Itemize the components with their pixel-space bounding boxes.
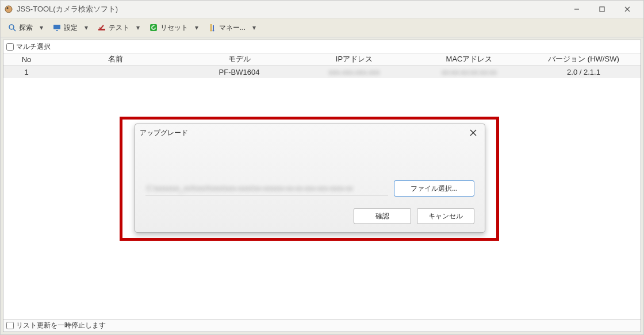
cancel-button[interactable]: キャンセル <box>417 208 474 224</box>
monitor-icon <box>52 23 62 32</box>
reset-label: リセット <box>160 23 188 33</box>
status-row: リスト更新を一時停止します <box>3 319 641 332</box>
cell-mac: xx:xx:xx:xx:xx:xx <box>412 68 527 76</box>
multi-select-label: マルチ選択 <box>16 42 51 52</box>
pause-refresh-checkbox[interactable] <box>6 322 14 329</box>
col-no[interactable]: No <box>3 55 49 64</box>
settings-dropdown[interactable]: ▾ <box>82 24 90 32</box>
explore-label: 探索 <box>19 23 33 33</box>
file-row: C:\xxxxxxx_xxXxxxXxxxx\xxx-xxxx\xx-xxxxx… <box>145 180 474 197</box>
svg-rect-9 <box>56 30 58 31</box>
file-select-button[interactable]: ファイル選択... <box>394 180 474 197</box>
dialog-title: アップグレード <box>140 128 466 138</box>
col-ip[interactable]: IPアドレス <box>297 54 412 64</box>
confirm-button[interactable]: 確認 <box>354 208 411 224</box>
dialog-close-button[interactable] <box>466 126 480 140</box>
col-name[interactable]: 名前 <box>49 54 182 64</box>
title-bar: JSS-TOOL(カメラ検索ソフト) <box>1 1 643 18</box>
main-window: JSS-TOOL(カメラ検索ソフト) 探索 ▾ 設定 ▾ テスト ▾ リセット … <box>0 0 644 335</box>
svg-rect-13 <box>213 25 214 30</box>
multi-select-row: マルチ選択 <box>3 40 641 53</box>
check-icon <box>97 23 106 32</box>
settings-label: 設定 <box>64 23 78 33</box>
explore-dropdown[interactable]: ▾ <box>37 24 45 32</box>
svg-rect-8 <box>53 25 60 29</box>
dialog-buttons: 確認 キャンセル <box>145 208 474 224</box>
file-path-field[interactable]: C:\xxxxxxx_xxXxxxXxxxx\xxx-xxxx\xx-xxxxx… <box>145 182 388 195</box>
maximize-button[interactable] <box>589 1 615 17</box>
svg-rect-3 <box>600 7 604 11</box>
toolbar: 探索 ▾ 設定 ▾ テスト ▾ リセット ▾ マネー... ▾ <box>1 18 643 37</box>
svg-point-14 <box>210 30 212 32</box>
col-ver[interactable]: バージョン (HW/SW) <box>527 54 641 64</box>
window-controls <box>564 1 640 17</box>
svg-point-15 <box>213 30 214 32</box>
manager-label: マネー... <box>219 23 246 33</box>
app-icon <box>4 5 13 14</box>
table-header: No 名前 モデル IPアドレス MACアドレス バージョン (HW/SW) <box>3 53 641 66</box>
tools-icon <box>208 23 217 32</box>
reset-dropdown[interactable]: ▾ <box>193 24 201 32</box>
svg-line-7 <box>13 29 16 31</box>
table-row[interactable]: 1 PF-BW1604 xxx.xxx.xxx.xxx xx:xx:xx:xx:… <box>3 66 641 78</box>
cell-no: 1 <box>3 68 49 76</box>
test-button[interactable]: テスト <box>94 20 133 35</box>
svg-point-1 <box>7 7 9 9</box>
reset-icon <box>149 23 158 32</box>
settings-button[interactable]: 設定 <box>49 20 81 35</box>
table-body: 1 PF-BW1604 xxx.xxx.xxx.xxx xx:xx:xx:xx:… <box>3 66 641 319</box>
upgrade-dialog: アップグレード C:\xxxxxxx_xxXxxxXxxxx\xxx-xxxx\… <box>135 124 485 233</box>
window-title: JSS-TOOL(カメラ検索ソフト) <box>17 4 564 14</box>
content-panel: マルチ選択 No 名前 モデル IPアドレス MACアドレス バージョン (HW… <box>3 40 641 332</box>
search-icon <box>7 23 17 32</box>
dialog-body: C:\xxxxxxx_xxXxxxXxxxx\xxx-xxxx\xx-xxxxx… <box>135 141 485 232</box>
close-button[interactable] <box>615 1 640 17</box>
manager-button[interactable]: マネー... <box>204 20 249 35</box>
svg-rect-10 <box>98 29 105 30</box>
test-dropdown[interactable]: ▾ <box>134 24 142 32</box>
col-model[interactable]: モデル <box>182 54 297 64</box>
col-mac[interactable]: MACアドレス <box>412 54 527 64</box>
dialog-title-bar: アップグレード <box>135 124 485 141</box>
pause-refresh-label: リスト更新を一時停止します <box>16 321 106 330</box>
svg-rect-12 <box>210 24 212 30</box>
multi-select-checkbox[interactable] <box>6 43 14 51</box>
test-label: テスト <box>109 23 129 33</box>
cell-ip: xxx.xxx.xxx.xxx <box>297 68 412 76</box>
cell-ver: 2.0 / 2.1.1 <box>527 68 641 76</box>
manager-dropdown[interactable]: ▾ <box>250 24 258 32</box>
svg-point-0 <box>5 6 12 13</box>
reset-button[interactable]: リセット <box>145 20 191 35</box>
minimize-button[interactable] <box>564 1 589 17</box>
svg-point-6 <box>9 25 14 29</box>
explore-button[interactable]: 探索 <box>4 20 36 35</box>
cell-model: PF-BW1604 <box>182 68 297 76</box>
